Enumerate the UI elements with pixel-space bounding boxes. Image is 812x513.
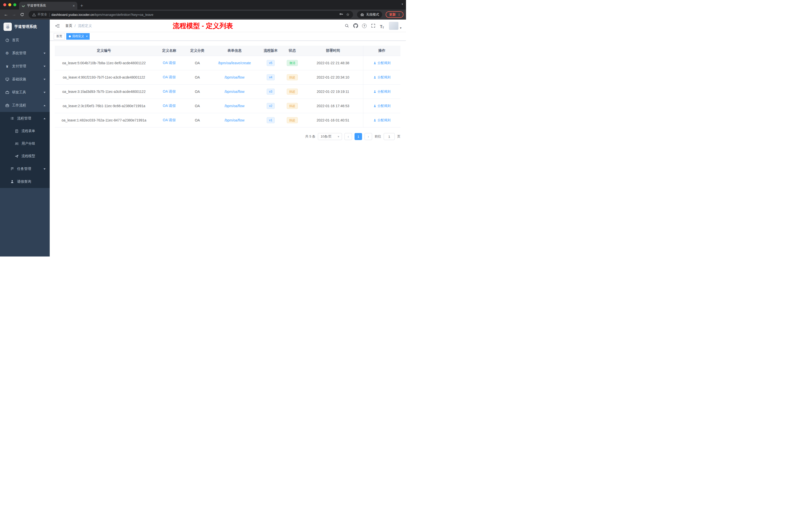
definition-name-link[interactable]: OA 请假	[163, 89, 175, 94]
help-icon[interactable]: ?	[362, 24, 367, 28]
fullscreen-icon[interactable]	[370, 23, 376, 29]
reload-icon[interactable]	[19, 11, 26, 18]
github-icon[interactable]	[352, 23, 359, 29]
sidebar-item-payment-mgmt[interactable]: ¥ 支付管理 ▼	[0, 60, 50, 73]
table-row: oa_leave:3:1fad3d93-7b75-11ec-a3c8-acde4…	[55, 84, 401, 99]
browser-toolbar: ← → 不安全 dashboard.yudao.iocoder.cn/bpm/m…	[0, 9, 406, 20]
avatar-image	[389, 22, 399, 30]
definition-name-link[interactable]: OA 请假	[163, 104, 175, 108]
sidebar-item-dev-tools[interactable]: 研发工具 ▼	[0, 86, 50, 99]
assign-rule-link[interactable]: 分配规则	[373, 75, 391, 80]
page-content: 定义编号 定义名称 定义分类 表单信息 流程版本 状态 部署时间 操作 oa_l…	[50, 41, 406, 256]
app-logo[interactable]: 芋道管理系统	[0, 20, 50, 34]
bookmark-star-icon[interactable]: ☆	[346, 12, 349, 17]
next-page-button[interactable]: ›	[365, 133, 372, 140]
form-info-link[interactable]: /bpm/oa/flow	[225, 118, 244, 122]
sidebar-item-workflow[interactable]: 工作流程 ▲	[0, 99, 50, 112]
definition-id: oa_leave:1:482ec033-762a-11ec-8477-a2380…	[55, 113, 153, 127]
version-badge: v2	[267, 103, 275, 109]
deploy-time: 2022-01-16 17:46:53	[303, 99, 363, 113]
version-badge: v1	[267, 117, 275, 123]
definition-name-link[interactable]: OA 请假	[163, 61, 175, 65]
tag-process-definition[interactable]: 流程定义 ×	[66, 33, 90, 40]
forward-icon[interactable]: →	[10, 11, 18, 18]
chevron-down-icon: ▼	[337, 135, 340, 138]
column-header: 定义分类	[185, 46, 209, 56]
column-header: 定义名称	[153, 46, 185, 56]
sidebar-item-process-model[interactable]: 流程模型	[0, 150, 50, 162]
security-label: 不安全	[37, 12, 47, 17]
browser-tab[interactable]: 芋道管理系统 ×	[19, 2, 77, 9]
briefcase-icon	[5, 103, 9, 108]
site-security-chip[interactable]: 不安全	[32, 12, 47, 17]
goto-page-input[interactable]	[384, 133, 395, 140]
sidebar-item-task-mgmt[interactable]: 任务管理 ▼	[0, 162, 50, 175]
new-tab-button[interactable]: +	[80, 3, 83, 8]
warning-icon	[32, 13, 36, 17]
form-info-link[interactable]: /bpm/oa/flow	[225, 104, 244, 108]
deploy-time: 2022-01-22 20:34:10	[303, 70, 363, 84]
user-icon	[373, 119, 376, 122]
form-info-link[interactable]: /bpm/oa/leave/create	[218, 61, 251, 65]
tab-title: 芋道管理系统	[27, 3, 70, 8]
address-bar[interactable]: 不安全 dashboard.yudao.iocoder.cn/bpm/manag…	[29, 11, 353, 18]
font-size-icon[interactable]: TT	[379, 23, 385, 29]
back-icon[interactable]: ←	[2, 11, 9, 18]
list-icon	[10, 116, 14, 120]
password-key-icon[interactable]	[339, 12, 343, 17]
assign-rule-link[interactable]: 分配规则	[373, 118, 391, 122]
deploy-time: 2022-01-22 21:48:38	[303, 56, 363, 70]
assign-rule-link[interactable]: 分配规则	[373, 61, 391, 65]
incognito-icon	[360, 13, 364, 17]
sidebar-item-process-form[interactable]: 流程表单	[0, 125, 50, 137]
assign-rule-link[interactable]: 分配规则	[373, 104, 391, 108]
window-close-button[interactable]	[3, 3, 6, 6]
page-size-select[interactable]: 10条/页 ▼	[318, 133, 342, 140]
sidebar-item-process-mgmt[interactable]: 流程管理 ▲	[0, 112, 50, 125]
user-avatar[interactable]: ▼	[389, 22, 402, 30]
column-header: 表单信息	[209, 46, 260, 56]
dashboard-icon	[5, 38, 9, 42]
tag-close-icon[interactable]: ×	[86, 35, 88, 38]
tab-close-icon[interactable]: ×	[72, 4, 75, 7]
table-header-row: 定义编号 定义名称 定义分类 表单信息 流程版本 状态 部署时间 操作	[55, 46, 401, 56]
user-icon	[373, 90, 376, 93]
sidebar-item-infrastructure[interactable]: 基础设施 ▼	[0, 73, 50, 86]
column-header: 操作	[363, 46, 401, 56]
assign-rule-link[interactable]: 分配规则	[373, 89, 391, 94]
sidebar-item-home[interactable]: 首页	[0, 34, 50, 47]
tasks-icon	[10, 167, 14, 171]
sidebar-item-leave-query[interactable]: 请假查询	[0, 175, 50, 188]
deploy-time: 2022-01-16 01:40:51	[303, 113, 363, 127]
window-minimize-button[interactable]	[8, 3, 11, 6]
user-icon	[373, 61, 376, 64]
caret-down-icon: ▼	[400, 27, 402, 30]
chevron-up-icon: ▲	[43, 104, 46, 107]
monitor-icon	[5, 77, 9, 82]
tag-home[interactable]: 首页	[54, 33, 65, 40]
tab-search-chevron-icon[interactable]: ▾	[402, 2, 403, 6]
definition-name-link[interactable]: OA 请假	[163, 75, 175, 80]
sidebar-item-system-mgmt[interactable]: ⚙ 系统管理 ▼	[0, 47, 50, 60]
search-icon[interactable]	[344, 23, 350, 29]
gear-icon: ⚙	[5, 51, 9, 56]
prev-page-button[interactable]: ‹	[345, 133, 352, 140]
menu-dots-icon: ⋮	[398, 13, 401, 17]
workflow-submenu: 流程管理 ▲ 流程表单 用户分组	[0, 112, 50, 188]
deploy-time: 2022-01-22 19:19:11	[303, 85, 363, 99]
navbar-actions: ? TT ▼	[344, 22, 402, 30]
window-zoom-button[interactable]	[13, 3, 16, 6]
pagination: 共 5 条 10条/页 ▼ ‹ 1 › 前往 页	[55, 133, 401, 140]
page-1-button[interactable]: 1	[354, 133, 362, 140]
form-info-link[interactable]: /bpm/oa/flow	[225, 75, 244, 79]
tags-view-bar: 首页 流程定义 ×	[50, 32, 406, 41]
chevron-down-icon: ▼	[43, 52, 46, 55]
browser-update-button[interactable]: 更新 ⋮	[386, 11, 404, 18]
toolbox-icon	[5, 90, 9, 95]
definition-name-link[interactable]: OA 请假	[163, 118, 175, 122]
sidebar-item-user-groups[interactable]: 用户分组	[0, 137, 50, 150]
hamburger-icon[interactable]	[54, 22, 61, 30]
form-info-link[interactable]: /bpm/oa/flow	[225, 90, 244, 94]
table-row: oa_leave:1:482ec033-762a-11ec-8477-a2380…	[55, 113, 401, 127]
breadcrumb-home[interactable]: 首页	[65, 24, 72, 28]
